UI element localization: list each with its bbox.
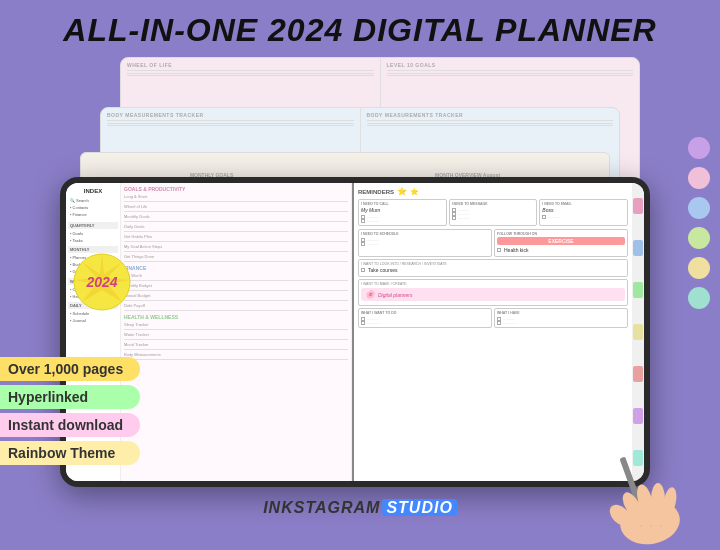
star-icon: ⭐	[397, 187, 407, 196]
feature-download: Instant download	[0, 413, 140, 437]
page-section-wheel: WHEEL OF LIFE	[127, 62, 374, 68]
feature-pages: Over 1,000 pages	[0, 357, 140, 381]
tablet-screen: INDEX 🔍 Search • Contacts • Finance QUAR…	[66, 183, 644, 481]
tab-yellow[interactable]	[633, 324, 643, 340]
color-dots	[688, 137, 710, 309]
goals-column: GOALS & PRODUCTIVITY Long & Short Wheel …	[121, 183, 352, 481]
index-label: INDEX	[68, 188, 118, 194]
health-task: Health kick	[497, 246, 625, 254]
sidebar-search: 🔍 Search	[68, 197, 118, 204]
reminders-title: REMINDERS ⭐ ⭐	[358, 187, 628, 196]
sidebar-q2: • Tasks	[68, 237, 118, 244]
reminder-mid-grid: I NEED TO SCHEDULE ............ ........…	[358, 229, 628, 257]
brand-text: INKSTAGRAMSTUDIO	[263, 499, 457, 516]
dot-blue	[688, 197, 710, 219]
call-cell: I NEED TO CALL My Mum ............ .....…	[358, 199, 447, 226]
todo-cell: WHAT I WANT TO DO ............ .........…	[358, 308, 492, 328]
sidebar-quarterly-title: QUARTERLY	[68, 222, 118, 229]
sidebar-section-search: 🔍 Search • Contacts • Finance	[68, 197, 118, 219]
brand-suffix: STUDIO	[382, 499, 456, 516]
dot-purple	[688, 137, 710, 159]
goals-col-title: GOALS & PRODUCTIVITY	[124, 186, 348, 192]
email-cell: I NEED TO EMAIL Boss ............	[539, 199, 628, 226]
tab-purple[interactable]	[633, 408, 643, 424]
tab-pink[interactable]	[633, 198, 643, 214]
page-title: All-In-One 2024 Digital Planner	[10, 12, 710, 49]
courses-task: Take courses	[361, 266, 625, 274]
svg-point-7	[651, 483, 665, 515]
todo-have-grid: WHAT I WANT TO DO ............ .........…	[358, 308, 628, 328]
health-col-title: HEALTH & WELLNESS	[124, 314, 348, 320]
finance-col-title: FINANCE	[124, 265, 348, 271]
sidebar-finance: • Finance	[68, 211, 118, 218]
year-badge: 2024	[72, 252, 132, 312]
dot-yellow	[688, 257, 710, 279]
dot-teal	[688, 287, 710, 309]
feature-labels: Over 1,000 pages Hyperlinked Instant dow…	[0, 357, 140, 465]
tab-red[interactable]	[633, 366, 643, 382]
tablet-mockup: INDEX 🔍 Search • Contacts • Finance QUAR…	[60, 177, 650, 487]
feature-rainbow: Rainbow Theme	[0, 441, 140, 465]
sidebar-contacts: • Contacts	[68, 204, 118, 211]
dot-green	[688, 227, 710, 249]
feature-hyperlinked: Hyperlinked	[0, 385, 140, 409]
svg-text:2024: 2024	[85, 274, 117, 290]
title-area: All-In-One 2024 Digital Planner	[0, 0, 720, 57]
sidebar-q1: • Goals	[68, 230, 118, 237]
page-section-body2: BODY MEASUREMENTS TRACKER	[367, 112, 614, 118]
tab-green[interactable]	[633, 282, 643, 298]
reminder-top-grid: I NEED TO CALL My Mum ............ .....…	[358, 199, 628, 226]
message-cell: I NEED TO MESSAGE ............ .........…	[449, 199, 538, 226]
star-icon-2: ⭐	[410, 188, 419, 196]
have-cell: WHAT I HAVE ............ ............	[494, 308, 628, 328]
schedule-cell: I NEED TO SCHEDULE ............ ........…	[358, 229, 492, 257]
sidebar-d2: • Journal	[68, 317, 118, 324]
hand-stylus	[590, 437, 710, 550]
dot-pink	[688, 167, 710, 189]
tab-blue[interactable]	[633, 240, 643, 256]
content-area: WHEEL OF LIFE LEVEL 10 GOALS BODY MEASUR…	[0, 57, 720, 537]
brand-prefix: INKSTAGRAM	[263, 499, 380, 516]
investigate-cell: I WANT TO LOOK INTO / RESEARCH / INVESTI…	[358, 259, 628, 277]
page-section-body1: BODY MEASUREMENTS TRACKER	[107, 112, 354, 118]
page-section-goals: LEVEL 10 GOALS	[387, 62, 634, 68]
create-cell: I WANT TO MAKE / CREATE 🌸 Digital planne…	[358, 279, 628, 306]
digital-planners-badge: 🌸 Digital planners	[361, 288, 625, 301]
exercise-badge: EXERCISE	[497, 237, 625, 245]
follow-cell: FOLLOW THROUGH ON EXERCISE Health kick	[494, 229, 628, 257]
brand-area: INKSTAGRAMSTUDIO	[263, 499, 457, 517]
